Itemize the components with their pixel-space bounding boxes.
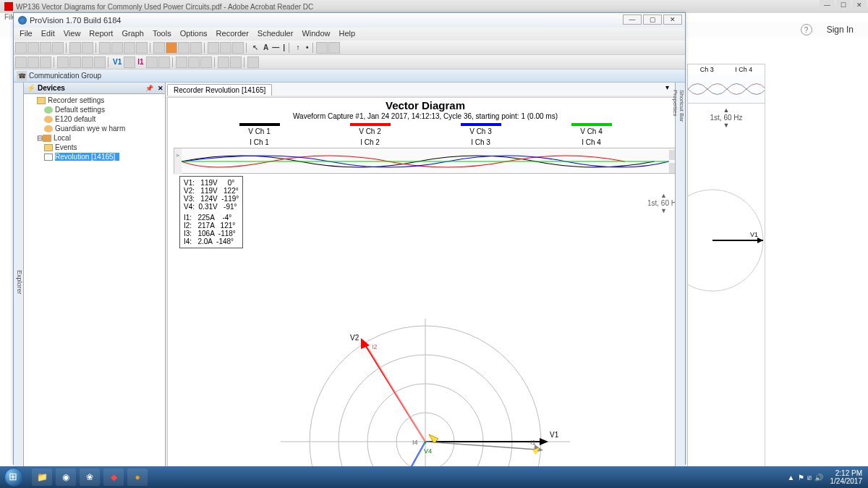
tree-local[interactable]: ⊟ Local	[24, 133, 165, 143]
explorer-tab[interactable]: Explorer	[14, 83, 24, 479]
tb2-h-icon[interactable]	[124, 56, 135, 68]
menu-report[interactable]: Report	[86, 29, 116, 39]
tb-chart-icon[interactable]	[232, 42, 244, 54]
tb-zoom-icon[interactable]	[208, 42, 219, 54]
tray-net-icon[interactable]: ⎚	[807, 474, 812, 481]
harm-down-icon[interactable]: ▼	[660, 207, 667, 214]
tb2-b-icon[interactable]	[27, 56, 39, 68]
tb-paste-icon[interactable]	[124, 42, 135, 54]
tb-preview-icon[interactable]	[69, 42, 81, 54]
tb2-p-icon[interactable]	[230, 56, 242, 68]
tb-export-icon[interactable]	[220, 42, 231, 54]
tray-vol-icon[interactable]: 🔊	[814, 474, 823, 481]
tb-misc1-icon[interactable]	[316, 42, 328, 54]
tab-properties[interactable]: Properties	[672, 85, 678, 479]
harm-up-icon[interactable]: ▲	[660, 192, 667, 199]
tray-flag-icon[interactable]: ⚑	[798, 474, 804, 481]
tb2-m-icon[interactable]	[188, 56, 200, 68]
diagram-subtitle: Waveform Capture #1, Jan 24 2017, 14:12:…	[168, 112, 683, 120]
tb2-v1-icon[interactable]: V1	[111, 58, 123, 66]
acrobat-max-button[interactable]: ☐	[836, 0, 851, 10]
task-acrobat-icon[interactable]: ◆	[103, 468, 124, 486]
sign-in-link[interactable]: Sign In	[827, 25, 854, 35]
tree-revolution[interactable]: Revolution [14165]	[24, 152, 165, 161]
menu-file[interactable]: File	[17, 29, 35, 39]
tree-recorder-settings[interactable]: Recorder settings	[24, 96, 165, 105]
menu-options[interactable]: Options	[177, 29, 210, 39]
tb-find-icon[interactable]	[82, 42, 93, 54]
start-button[interactable]	[0, 466, 27, 488]
pv-max-button[interactable]: ▢	[643, 14, 662, 25]
task-firefox-icon[interactable]: ●	[127, 468, 148, 486]
tb2-n-icon[interactable]	[200, 56, 212, 68]
menu-graph[interactable]: Graph	[119, 29, 147, 39]
system-tray[interactable]: ▲⚑⎚🔊 2:12 PM 1/24/2017	[788, 469, 868, 485]
tb2-j-icon[interactable]	[146, 56, 158, 68]
tb2-l-icon[interactable]	[176, 56, 187, 68]
tb2-f-icon[interactable]	[82, 56, 93, 68]
menu-scheduler[interactable]: Scheduler	[255, 29, 297, 39]
tb-print-icon[interactable]	[52, 42, 64, 54]
tb2-i1-icon[interactable]: I1	[136, 58, 145, 66]
wave-strip[interactable]: >	[174, 148, 677, 174]
menu-view[interactable]: View	[61, 29, 84, 39]
menu-help[interactable]: Help	[336, 29, 359, 39]
tree-default-settings[interactable]: Default settings	[24, 105, 165, 114]
comm-group-bar[interactable]: ☎ Communication Group	[14, 70, 685, 83]
tb-cursor-icon[interactable]: ↖	[250, 42, 261, 54]
tb-delete-icon[interactable]	[136, 42, 148, 54]
bg-vector: V1	[688, 132, 765, 421]
tb2-c-icon[interactable]	[40, 56, 51, 68]
tab-recorder[interactable]: Recorder Revolution [14165]	[167, 84, 272, 96]
help-icon[interactable]: ?	[801, 24, 812, 35]
devices-header[interactable]: ⚡ Devices 📌✕	[24, 83, 165, 94]
task-chrome-icon[interactable]: ◉	[56, 468, 76, 486]
tree-e120[interactable]: E120 default	[24, 114, 165, 124]
task-app-icon[interactable]: ❀	[80, 468, 100, 486]
tb-text-tool[interactable]: A	[262, 43, 270, 51]
tb-new-icon[interactable]	[15, 42, 27, 54]
menu-recorder[interactable]: Recorder	[213, 29, 252, 39]
tb2-k-icon[interactable]	[158, 56, 170, 68]
menu-window[interactable]: Window	[299, 29, 333, 39]
tb2-g-icon[interactable]	[94, 56, 106, 68]
provision-title-bar[interactable]: ProVision 1.70 Build 6184 — ▢ ✕	[14, 13, 685, 28]
tb-back-icon[interactable]	[178, 42, 190, 54]
tb-undo-icon[interactable]	[153, 42, 165, 54]
tb-cut-icon[interactable]	[99, 42, 111, 54]
tb-copy-icon[interactable]	[111, 42, 123, 54]
tb-fwd-icon[interactable]	[190, 42, 202, 54]
i-channel-row: I Ch 1 I Ch 2 I Ch 3 I Ch 4	[168, 138, 683, 146]
tb-misc2-icon[interactable]	[328, 42, 340, 54]
tab-shortcut-bar[interactable]: Shortcut Bar	[678, 85, 685, 479]
acrobat-close-button[interactable]: ✕	[852, 0, 867, 10]
tb2-e-icon[interactable]	[69, 56, 81, 68]
tb-line-tool[interactable]: —	[271, 43, 281, 51]
polar-plot[interactable]: V1 I1 V2 I2 V3	[270, 315, 581, 488]
task-explorer-icon[interactable]: 📁	[32, 468, 52, 486]
tb-dot-tool[interactable]: •	[305, 43, 310, 51]
tb-vline-tool[interactable]: |	[281, 43, 286, 51]
tb2-q-icon[interactable]	[247, 56, 259, 68]
tab-dropdown-icon[interactable]: ▾	[663, 83, 671, 91]
tray-up-icon[interactable]: ▲	[788, 474, 795, 481]
svg-text:I1: I1	[530, 439, 536, 446]
menu-edit[interactable]: Edit	[38, 29, 58, 39]
tb2-a-icon[interactable]	[15, 56, 27, 68]
menu-tools[interactable]: Tools	[150, 29, 174, 39]
tree-guardian[interactable]: Guardian wye w harm	[24, 124, 165, 133]
pv-min-button[interactable]: —	[623, 14, 642, 25]
tb2-o-icon[interactable]	[218, 56, 229, 68]
pv-close-button[interactable]: ✕	[663, 14, 682, 25]
close-panel-icon[interactable]: ✕	[158, 85, 163, 92]
tree-events[interactable]: Events	[24, 143, 165, 152]
tb-save-icon[interactable]	[40, 42, 51, 54]
label-ich2: I Ch 2	[360, 138, 380, 146]
label-vch1: V Ch 1	[248, 127, 271, 135]
tb-open-icon[interactable]	[27, 42, 39, 54]
acrobat-min-button[interactable]: —	[820, 0, 835, 10]
pin-icon[interactable]: 📌	[145, 85, 153, 92]
tb-redo-icon[interactable]	[166, 42, 177, 54]
tb-up-icon[interactable]: ↑	[292, 42, 304, 54]
tb2-d-icon[interactable]	[57, 56, 69, 68]
